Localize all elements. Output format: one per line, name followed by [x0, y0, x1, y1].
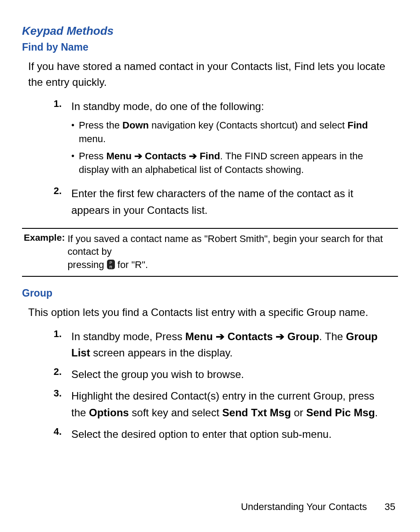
- arrow-icon: ➔: [186, 150, 199, 161]
- step-number: 1.: [47, 98, 62, 110]
- step-number: 2.: [47, 366, 62, 378]
- bold-text: Down: [122, 120, 149, 131]
- text: navigation key (Contacts shortcut) and s…: [149, 120, 347, 131]
- find-steps-list: 1. In standby mode, do one of the follow…: [22, 98, 398, 218]
- step-number: 4.: [47, 426, 62, 437]
- find-step-2: 2. Enter the first few characters of the…: [22, 185, 398, 218]
- text: menu.: [79, 133, 106, 144]
- text: screen appears in the display.: [90, 347, 233, 359]
- text: . The: [319, 330, 346, 342]
- step-text: In standby mode, do one of the following…: [71, 100, 264, 112]
- step-number: 1.: [47, 328, 62, 340]
- find-intro-paragraph: If you have stored a named contact in yo…: [28, 59, 392, 90]
- group-steps-list: 1. In standby mode, Press Menu ➔ Contact…: [22, 328, 398, 442]
- text: .: [375, 407, 378, 418]
- bold-text: Contacts: [145, 150, 186, 161]
- text: If you saved a contact name as "Robert S…: [67, 233, 383, 257]
- group-heading: Group: [22, 287, 398, 299]
- key-bottom-label: R: [109, 265, 112, 269]
- find-step1-bullets: • Press the Down navigation key (Contact…: [71, 119, 389, 176]
- example-label: Example:: [24, 232, 65, 243]
- bold-text: Find: [347, 120, 368, 131]
- text: or: [291, 407, 306, 418]
- find-step-1: 1. In standby mode, do one of the follow…: [22, 98, 398, 180]
- page-footer: Understanding Your Contacts 35: [241, 501, 395, 513]
- bold-text: Contacts: [228, 330, 273, 342]
- phone-key-icon: PR: [107, 260, 115, 269]
- example-text: If you saved a contact name as "Robert S…: [67, 232, 396, 272]
- step-text: Select the group you wish to browse.: [71, 368, 244, 380]
- text: Press: [79, 150, 106, 161]
- bullet-text: Press Menu ➔ Contacts ➔ Find. The FIND s…: [79, 150, 389, 177]
- bullet-text: Press the Down navigation key (Contacts …: [79, 119, 389, 146]
- step-number: 2.: [47, 185, 62, 197]
- bold-text: Send Pic Msg: [306, 407, 375, 418]
- group-intro-paragraph: This option lets you find a Contacts lis…: [28, 305, 392, 320]
- step-body: Select the desired option to enter that …: [71, 426, 340, 442]
- text: Press the: [79, 120, 122, 131]
- example-box: Example: If you saved a contact name as …: [22, 228, 398, 277]
- bullet-item: • Press the Down navigation key (Contact…: [71, 119, 389, 146]
- group-step-1: 1. In standby mode, Press Menu ➔ Contact…: [22, 328, 398, 361]
- bold-text: Menu: [185, 330, 213, 342]
- arrow-icon: ➔: [273, 330, 287, 342]
- group-step-3: 3. Highlight the desired Contact(s) entr…: [22, 388, 398, 420]
- bullet-dot-icon: •: [71, 150, 74, 162]
- arrow-icon: ➔: [213, 330, 227, 342]
- step-text: Select the desired option to enter that …: [71, 428, 332, 440]
- step-body: In standby mode, do one of the following…: [71, 98, 398, 180]
- group-step-4: 4. Select the desired option to enter th…: [22, 426, 398, 442]
- arrow-icon: ➔: [132, 150, 145, 161]
- page-number: 35: [385, 501, 395, 512]
- step-body: Highlight the desired Contact(s) entry i…: [71, 388, 398, 420]
- bold-text: Find: [199, 150, 220, 161]
- text: for "R".: [115, 259, 148, 270]
- section-title: Keypad Methods: [22, 24, 398, 38]
- step-body: Select the group you wish to browse.: [71, 366, 253, 382]
- chapter-title: Understanding Your Contacts: [241, 501, 367, 512]
- step-body: In standby mode, Press Menu ➔ Contacts ➔…: [71, 328, 398, 361]
- group-step-2: 2. Select the group you wish to browse.: [22, 366, 398, 382]
- step-body: Enter the first few characters of the na…: [71, 185, 398, 218]
- step-number: 3.: [47, 388, 62, 399]
- key-top-label: P: [110, 260, 112, 265]
- step-text: Enter the first few characters of the na…: [71, 187, 353, 216]
- bold-text: Send Txt Msg: [222, 407, 291, 418]
- text: pressing: [67, 259, 107, 270]
- bullet-dot-icon: •: [71, 119, 74, 131]
- text: In standby mode, Press: [71, 330, 185, 342]
- bold-text: Group: [287, 330, 319, 342]
- text: soft key and select: [129, 407, 222, 418]
- bullet-item: • Press Menu ➔ Contacts ➔ Find. The FIND…: [71, 150, 389, 177]
- bold-text: Menu: [106, 150, 131, 161]
- bold-text: Options: [89, 407, 129, 418]
- document-page: Keypad Methods Find by Name If you have …: [0, 0, 420, 532]
- find-by-name-heading: Find by Name: [22, 41, 398, 53]
